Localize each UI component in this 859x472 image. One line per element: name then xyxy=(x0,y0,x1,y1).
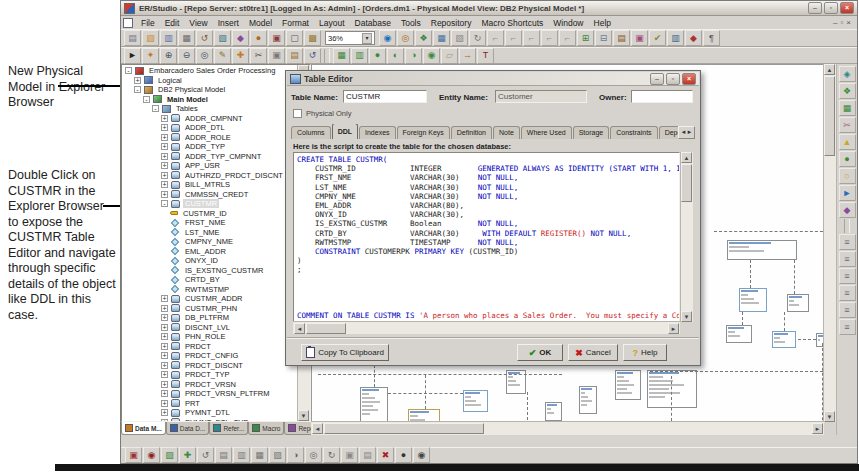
undo-icon[interactable]: ↺ xyxy=(304,48,321,64)
pan-hand-icon[interactable]: ✚ xyxy=(232,48,249,64)
scrollbar-thumb[interactable] xyxy=(824,76,835,156)
list-rules-icon[interactable]: ≡ xyxy=(839,285,856,301)
version-history-icon[interactable]: ◎ xyxy=(305,447,322,463)
scrollbar-thumb[interactable] xyxy=(324,423,484,434)
expand-icon[interactable]: + xyxy=(161,172,168,179)
list-defaults-icon[interactable]: ≡ xyxy=(839,302,856,318)
collapse-icon[interactable]: - xyxy=(143,96,150,103)
diagram-vertical-scrollbar[interactable]: ▲ ▼ xyxy=(823,64,836,422)
expand-icon[interactable]: + xyxy=(161,162,168,169)
tree-item-db-pltfrm[interactable]: +DB_PLTFRM xyxy=(122,313,298,323)
expand-icon[interactable]: + xyxy=(161,371,168,378)
rel-recursive-icon[interactable]: ⌐ xyxy=(559,30,576,46)
rel-one-to-many-icon[interactable]: ⌐ xyxy=(487,30,504,46)
zoom-combo[interactable]: 36% ▾ xyxy=(325,31,375,45)
diagram-props-icon[interactable]: ▦ xyxy=(251,447,268,463)
insert-view-icon[interactable]: ⊟ xyxy=(595,30,612,46)
scroll-down-icon[interactable]: ▼ xyxy=(681,311,692,322)
cut-icon[interactable]: ✂ xyxy=(250,48,267,64)
expand-icon[interactable]: + xyxy=(161,362,168,369)
view-tool-icon[interactable]: ▥ xyxy=(351,48,368,64)
expand-icon[interactable]: + xyxy=(161,381,168,388)
zoom-in-icon[interactable]: ⊕ xyxy=(160,48,177,64)
tree-item-prdct-vrsn-pltfrm[interactable]: +PRDCT_VRSN_PLTFRM xyxy=(122,389,298,399)
lasso-select-icon[interactable]: ✦ xyxy=(142,48,159,64)
ddl-script-text[interactable]: CREATE TABLE CUSTMR( CUSTMR_ID INTEGER G… xyxy=(293,152,680,322)
tree-item-bill-mtrls[interactable]: +BILL_MTRLS xyxy=(122,180,298,190)
entity-box[interactable] xyxy=(787,294,809,312)
format-painter-icon[interactable]: ✎ xyxy=(214,48,231,64)
text-block-icon[interactable]: ¶ xyxy=(703,30,720,46)
ddl-vertical-scrollbar[interactable]: ▲ ▼ xyxy=(680,152,693,322)
entity-tool-icon[interactable]: ▦ xyxy=(333,48,350,64)
menu-edit[interactable]: Edit xyxy=(160,18,185,28)
tree-item-addr-cmpnnt[interactable]: +ADDR_CMPNNT xyxy=(122,114,298,124)
tree-item-discnt-lvl[interactable]: +DISCNT_LVL xyxy=(122,323,298,333)
window-cascade-icon[interactable]: ▢ xyxy=(286,30,303,46)
expand-icon[interactable]: + xyxy=(161,343,168,350)
new-document-icon[interactable]: ▤ xyxy=(124,30,141,46)
explorer-tab-data-d[interactable]: Data D... xyxy=(166,422,210,435)
tree-item-custmr[interactable]: -CUSTMR xyxy=(122,199,298,209)
add-entity-icon[interactable]: ● xyxy=(839,151,856,167)
report-generate-icon[interactable]: ▣ xyxy=(268,30,285,46)
add-attribute-icon[interactable]: ○ xyxy=(839,168,856,184)
entity-box[interactable] xyxy=(463,390,488,412)
expand-icon[interactable]: + xyxy=(161,181,168,188)
macro-runner-icon[interactable]: ❖ xyxy=(415,30,432,46)
tree-item-rwtmstmp[interactable]: RWTMSTMP xyxy=(122,285,298,295)
expand-icon[interactable]: + xyxy=(134,77,141,84)
tree-item-db2-physical-model[interactable]: -DB2 Physical Model xyxy=(122,85,298,95)
chevron-down-icon[interactable]: ▾ xyxy=(362,33,372,44)
expand-icon[interactable]: + xyxy=(161,419,168,421)
tab-foreign-keys[interactable]: Foreign Keys xyxy=(397,126,450,139)
validate-model-icon[interactable]: ✔ xyxy=(649,30,666,46)
alert-icon[interactable]: ▲ xyxy=(839,134,856,150)
zoom-region-icon[interactable]: ◈ xyxy=(839,66,856,82)
tree-item-is-exstng-custmr[interactable]: IS_EXSTNG_CUSTMR xyxy=(122,266,298,276)
scroll-up-icon[interactable]: ▲ xyxy=(824,64,835,75)
tree-item-cmmssn-credt[interactable]: +CMMSSN_CREDT xyxy=(122,190,298,200)
rel-one-to-many-tool-icon[interactable]: ◑ xyxy=(405,48,422,64)
tree-item-prdct-discnt[interactable]: +PRDCT_DISCNT xyxy=(122,361,298,371)
expand-icon[interactable]: + xyxy=(161,153,168,160)
tree-item-pymnt-dtl-typ[interactable]: +PYMNT_DTL_TYP xyxy=(122,418,298,422)
insert-table-icon[interactable]: ▤ xyxy=(613,30,630,46)
copy-to-clipboard-button[interactable]: Copy To Clipboard xyxy=(301,344,389,361)
tree-item-frst-nme[interactable]: FRST_NME xyxy=(122,218,298,228)
menu-layout[interactable]: Layout xyxy=(314,18,350,28)
entity-box[interactable] xyxy=(772,331,796,348)
rel-identifying-tool-icon[interactable]: ● xyxy=(369,48,386,64)
tab-indexes[interactable]: Indexes xyxy=(359,126,396,139)
rel-one-to-one-icon[interactable]: ⌐ xyxy=(505,30,522,46)
diagram-horizontal-scrollbar[interactable]: ◄ ► xyxy=(311,421,824,435)
tree-item-custmr-phn[interactable]: +CUSTMR_PHN xyxy=(122,304,298,314)
expand-icon[interactable]: + xyxy=(161,134,168,141)
entity-box[interactable] xyxy=(739,288,767,312)
subtype-tool-icon[interactable]: ◉ xyxy=(423,48,440,64)
tree-item-main-model[interactable]: -Main Model xyxy=(122,95,298,105)
tree-item-prt[interactable]: +PRT xyxy=(122,399,298,409)
list-columns-icon[interactable]: ≡ xyxy=(839,234,856,250)
tree-item-addr-dtl[interactable]: +ADDR_DTL xyxy=(122,123,298,133)
insert-entity-icon[interactable]: ⊞ xyxy=(577,30,594,46)
report-view-icon[interactable]: ▤ xyxy=(359,447,376,463)
tree-item-onyx-id[interactable]: ONYX_ID xyxy=(122,256,298,266)
dlg-minimize-button[interactable]: – xyxy=(650,73,664,85)
fit-diagram-icon[interactable]: ❖ xyxy=(839,83,856,99)
history-icon[interactable]: ↻ xyxy=(469,30,486,46)
collapse-icon[interactable]: - xyxy=(134,86,141,93)
user-admin-icon[interactable]: ● xyxy=(250,30,267,46)
menu-file[interactable]: File xyxy=(136,18,160,28)
layer-stack-icon[interactable]: ▩ xyxy=(304,30,321,46)
menu-macro-shortcuts[interactable]: Macro Shortcuts xyxy=(476,18,548,28)
color-palette-icon[interactable]: ◆ xyxy=(232,30,249,46)
tab-where-used[interactable]: Where Used xyxy=(521,126,572,139)
entity-box[interactable] xyxy=(647,370,697,408)
menu-insert[interactable]: Insert xyxy=(213,18,244,28)
scrollbar-thumb[interactable] xyxy=(306,323,346,334)
expand-icon[interactable]: + xyxy=(161,124,168,131)
maximize-button[interactable]: ▫ xyxy=(824,2,838,14)
expand-icon[interactable]: + xyxy=(161,390,168,397)
expand-icon[interactable]: + xyxy=(161,115,168,122)
